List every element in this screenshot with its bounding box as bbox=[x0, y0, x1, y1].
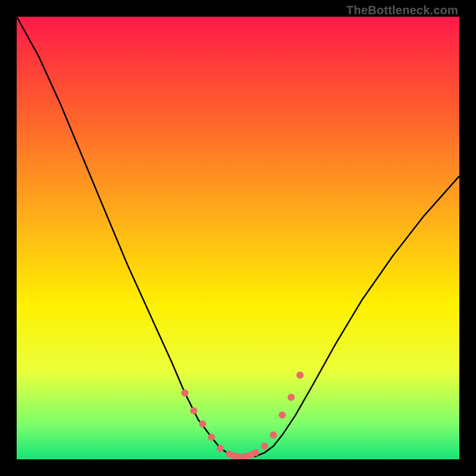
highlight-dot bbox=[208, 434, 215, 441]
highlight-dot bbox=[296, 372, 303, 379]
watermark-text: TheBottleneck.com bbox=[346, 4, 458, 17]
highlight-dot bbox=[199, 421, 206, 428]
plot-area bbox=[17, 17, 459, 459]
highlight-dot bbox=[190, 407, 198, 414]
bottleneck-curve-path bbox=[17, 17, 459, 457]
highlight-dots-group bbox=[181, 372, 304, 459]
chart-svg bbox=[17, 17, 459, 459]
highlight-dot bbox=[217, 444, 224, 452]
chart-frame: TheBottleneck.com bbox=[0, 0, 476, 476]
highlight-dot bbox=[261, 443, 268, 450]
highlight-dot bbox=[278, 412, 286, 419]
highlight-dot bbox=[181, 389, 189, 396]
highlight-dot bbox=[252, 449, 259, 456]
highlight-dot bbox=[270, 431, 277, 439]
highlight-dot bbox=[287, 394, 295, 401]
